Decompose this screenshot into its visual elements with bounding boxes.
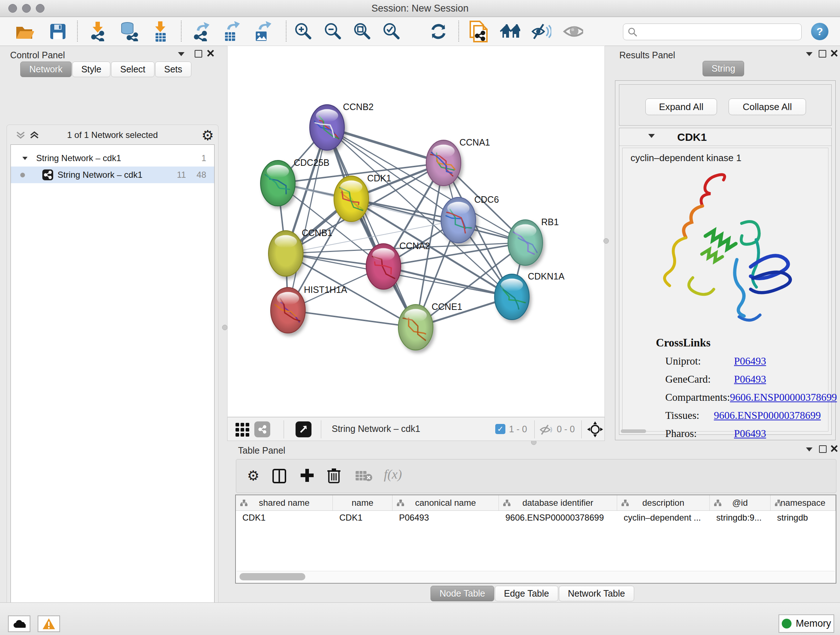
column-header-canonicalname[interactable]: canonical name: [393, 495, 499, 510]
export-network-button[interactable]: [191, 22, 211, 41]
network-view-canvas[interactable]: CCNB2CCNA1CDC25BCDK1CDC6RB1CCNB1CCNA2CDK…: [227, 46, 605, 417]
crosslink-value-link[interactable]: 9606.ENSP00000378699: [714, 409, 821, 421]
table-panel-close-icon[interactable]: [831, 445, 838, 452]
tab-network-table[interactable]: Network Table: [559, 586, 634, 601]
control-panel-float-icon[interactable]: [195, 50, 202, 57]
tab-select[interactable]: Select: [111, 62, 154, 77]
network-row-selected[interactable]: String Network – cdk1 11 48: [11, 166, 214, 183]
results-panel-close-icon[interactable]: [831, 50, 838, 57]
home-button[interactable]: [500, 22, 520, 41]
add-column-icon[interactable]: [300, 468, 314, 483]
hidden-eye-slash-icon[interactable]: [539, 424, 554, 435]
export-image-button[interactable]: [252, 22, 272, 41]
memory-status-dot-icon: [782, 619, 791, 629]
control-panel-tabs: NetworkStyleSelectSets: [20, 62, 192, 77]
tree-expander-icon[interactable]: [22, 157, 27, 160]
import-network-file-button[interactable]: [88, 22, 108, 41]
node-CCNA2[interactable]: [366, 244, 401, 289]
node-label-CDKN1A: CDKN1A: [528, 271, 565, 281]
tab-sets[interactable]: Sets: [155, 62, 191, 77]
tab-node-table[interactable]: Node Table: [431, 586, 494, 601]
results-hscroll-thumb[interactable]: [621, 429, 646, 433]
section-collapse-icon[interactable]: [648, 134, 655, 138]
node-CCNA1[interactable]: [426, 140, 461, 186]
column-header-databaseidentifier[interactable]: database identifier: [499, 495, 617, 510]
zoom-in-button[interactable]: [293, 22, 313, 41]
edge-CCNA2-CDKN1A[interactable]: [384, 266, 512, 297]
birdseye-view-button[interactable]: [295, 421, 311, 437]
table-settings-gear-icon[interactable]: ⚙: [247, 469, 259, 483]
crosslink-value-link[interactable]: P06493: [734, 428, 766, 440]
search-input[interactable]: [641, 25, 798, 38]
tab-string[interactable]: String: [703, 61, 744, 76]
network-collection-row[interactable]: String Network – cdk1 1: [11, 150, 214, 166]
crosshair-icon[interactable]: [587, 421, 603, 437]
cloud-button[interactable]: [8, 616, 30, 632]
control-panel-close-icon[interactable]: [207, 50, 214, 57]
tab-network[interactable]: Network: [20, 62, 72, 77]
node-CDKN1A[interactable]: [494, 274, 529, 320]
column-header-description[interactable]: description: [617, 495, 710, 510]
edge-CCNB2-CCNE1[interactable]: [327, 127, 416, 327]
save-session-button[interactable]: [48, 22, 68, 41]
warnings-button[interactable]: [38, 616, 60, 632]
network-graph[interactable]: CCNB2CCNA1CDC25BCDK1CDC6RB1CCNB1CCNA2CDK…: [227, 46, 605, 417]
toolbar-separator: [181, 21, 182, 42]
column-header-name[interactable]: name: [333, 495, 393, 510]
grid-view-icon[interactable]: [235, 423, 249, 437]
table-hscrollbar[interactable]: [237, 571, 835, 582]
column-header-sharedname[interactable]: shared name: [236, 495, 333, 510]
crosslink-row: Compartments:9606.ENSP00000378699: [665, 391, 821, 403]
tab-edge-table[interactable]: Edge Table: [495, 586, 558, 601]
table-panel-collapse-icon[interactable]: [806, 448, 813, 451]
tab-style[interactable]: Style: [73, 62, 111, 77]
node-CDC25B[interactable]: [261, 160, 295, 206]
collapse-all-button[interactable]: Collapse All: [729, 98, 806, 115]
crosslink-value-link[interactable]: P06493: [734, 355, 766, 367]
zoom-out-button[interactable]: [323, 22, 343, 41]
crosslink-value-link[interactable]: 9606.ENSP00000378699: [730, 391, 837, 403]
cdk1-section-header[interactable]: CDK1: [619, 128, 831, 146]
import-network-database-button[interactable]: [118, 22, 139, 41]
hide-glass-button[interactable]: [531, 22, 551, 41]
node-CDC6[interactable]: [441, 197, 476, 243]
network-options-gear-icon[interactable]: ⚙: [202, 128, 214, 142]
table-hscroll-thumb[interactable]: [240, 573, 305, 580]
show-columns-icon[interactable]: [272, 469, 286, 483]
column-header-id[interactable]: @id: [710, 495, 771, 510]
node-RB1[interactable]: [508, 220, 543, 265]
open-session-button[interactable]: [14, 22, 35, 41]
table-panel-float-icon[interactable]: [819, 445, 827, 453]
table-row[interactable]: CDK1CDK1P064939606.ENSP00000378699cyclin…: [236, 510, 836, 525]
import-table-button[interactable]: [150, 22, 171, 41]
node-HIST1H1A[interactable]: [271, 287, 305, 333]
edge-CCNB2-CCNA1[interactable]: [327, 127, 444, 163]
memory-button[interactable]: Memory: [778, 614, 834, 633]
results-panel-float-icon[interactable]: [819, 50, 826, 57]
export-table-button[interactable]: [221, 22, 242, 41]
zoom-fit-button[interactable]: [352, 22, 372, 41]
refresh-icon: [429, 22, 448, 41]
zoom-selected-button[interactable]: [381, 22, 401, 41]
left-splitter-grip[interactable]: [222, 325, 227, 330]
crosslink-value-link[interactable]: P06493: [734, 373, 766, 385]
edge-CCNB2-HIST1H1A[interactable]: [288, 127, 327, 310]
show-glass-button[interactable]: [563, 22, 583, 41]
results-panel-collapse-icon[interactable]: [806, 52, 813, 56]
node-CDK1[interactable]: [334, 176, 369, 222]
control-panel-collapse-icon[interactable]: [178, 52, 185, 56]
refresh-button[interactable]: [428, 22, 448, 41]
string-import-button[interactable]: [469, 22, 489, 41]
node-CCNB1[interactable]: [268, 231, 303, 276]
node-CCNE1[interactable]: [398, 304, 433, 350]
network-thumbnail-button[interactable]: [254, 421, 270, 437]
selected-checkbox-icon[interactable]: ✓: [495, 424, 505, 434]
column-header-namespace[interactable]: namespace: [771, 495, 836, 510]
edge-HIST1H1A-CCNE1[interactable]: [288, 310, 416, 327]
help-button[interactable]: ?: [811, 23, 829, 40]
delete-column-icon[interactable]: [327, 467, 340, 483]
node-CCNB2[interactable]: [309, 105, 344, 150]
cdk1-section: CDK1 cyclin–dependent kinase 1: [619, 128, 832, 435]
expand-all-button[interactable]: Expand All: [645, 98, 717, 115]
current-network-dot-icon: [20, 173, 25, 177]
